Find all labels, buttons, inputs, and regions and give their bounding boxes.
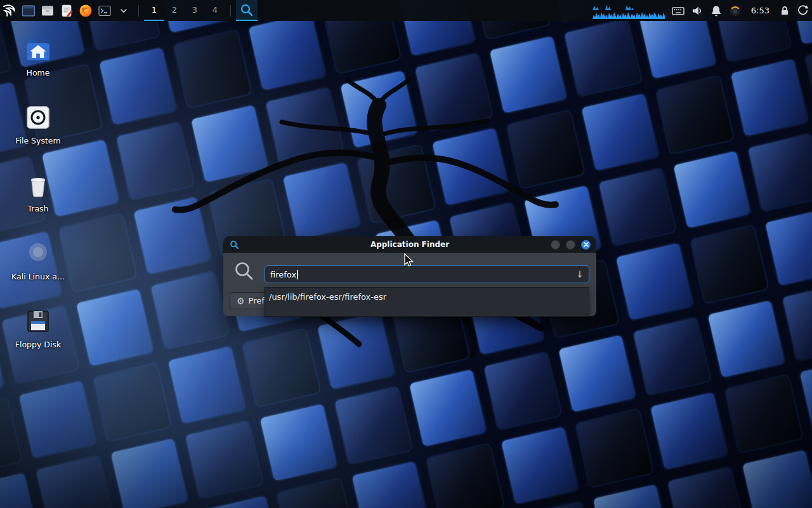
clock[interactable]: 6:53 [745, 6, 776, 15]
workspace-1[interactable]: 1 [144, 0, 164, 21]
text-caret [297, 270, 298, 279]
keyboard-layout-indicator[interactable] [669, 0, 688, 21]
close-button[interactable] [581, 240, 591, 250]
desktop-icon-home[interactable]: Home [3, 34, 73, 78]
restart-icon [797, 4, 809, 17]
volume-control[interactable] [688, 0, 707, 21]
updates-indicator[interactable] [726, 0, 745, 21]
kali-menu-button[interactable] [0, 0, 19, 21]
trash-icon [23, 170, 53, 201]
file-manager-icon [40, 3, 55, 18]
firefox-icon [78, 3, 93, 18]
window-title: Application Finder [223, 240, 596, 249]
launcher-terminal-window[interactable] [19, 0, 38, 21]
session-power[interactable] [794, 0, 812, 21]
desktop-icon-label: Home [27, 69, 50, 77]
window-finder-icon [230, 240, 239, 250]
kali-logo-icon [2, 3, 17, 18]
desktop-icon-label: Kali Linux a... [11, 272, 65, 281]
desktop-icon-kali-docs[interactable]: Kali Linux a... [3, 238, 73, 282]
entry-dropdown-arrow-icon[interactable]: ↓ [576, 270, 584, 279]
system-monitor-graph[interactable] [589, 0, 669, 21]
desktop-icon-filesystem[interactable]: File System [3, 102, 73, 146]
task-application-finder[interactable] [236, 0, 258, 21]
keyboard-icon [672, 4, 684, 17]
speaker-icon [691, 4, 704, 17]
completion-item[interactable]: /usr/lib/firefox-esr/firefox-esr [265, 288, 589, 306]
filesystem-icon [23, 102, 53, 133]
launcher-terminal[interactable] [95, 0, 114, 21]
search-input[interactable]: firefox ↓ [265, 265, 589, 283]
panel-right: 6:53 [589, 0, 812, 21]
terminal-icon [97, 3, 112, 18]
panel-left: 1 2 3 4 [0, 0, 258, 21]
workspace-2[interactable]: 2 [164, 0, 185, 21]
window-body: firefox ↓ ⚙ Preferences /usr/lib/firefox… [223, 253, 596, 316]
floppy-icon [23, 306, 53, 337]
desktop-icon-floppy[interactable]: Floppy Disk [3, 306, 73, 350]
top-panel: 1 2 3 4 [0, 0, 812, 21]
launcher-firefox[interactable] [76, 0, 95, 21]
launcher-dropdown-arrow[interactable] [114, 0, 133, 21]
panel-separator [138, 5, 139, 17]
desktop-icon-label: Floppy Disk [15, 340, 61, 349]
workspace-3[interactable]: 3 [185, 0, 205, 21]
maximize-button[interactable] [566, 240, 575, 250]
chevron-down-icon [120, 7, 128, 15]
launcher-text-editor[interactable] [57, 0, 76, 21]
desktop-icon-trash[interactable]: Trash [3, 170, 73, 214]
close-icon [584, 242, 589, 247]
bell-icon [710, 4, 723, 17]
notifications[interactable] [707, 0, 726, 21]
minimize-button[interactable] [551, 240, 560, 250]
application-finder-window: Application Finder firefox ↓ ⚙ Preferenc… [223, 236, 596, 316]
desktop-icon-label: File System [15, 137, 61, 145]
application-finder-icon [240, 3, 254, 17]
panel-separator [230, 5, 231, 17]
home-icon [23, 34, 53, 65]
window-icon [21, 3, 36, 18]
screen-lock[interactable] [776, 0, 794, 21]
desktop-icon-label: Trash [27, 204, 48, 213]
workspace-4[interactable]: 4 [205, 0, 225, 21]
gear-icon: ⚙ [237, 297, 245, 305]
window-buttons [551, 240, 591, 250]
lock-icon [779, 5, 790, 17]
waveform-graph-icon [593, 2, 665, 20]
orb-icon [729, 4, 742, 17]
search-icon [233, 260, 255, 282]
launcher-file-manager[interactable] [38, 0, 57, 21]
titlebar[interactable]: Application Finder [223, 236, 596, 253]
kali-docs-icon [23, 238, 53, 269]
completion-popup: /usr/lib/firefox-esr/firefox-esr [265, 287, 589, 317]
search-input-value: firefox [270, 270, 296, 279]
text-editor-icon [59, 3, 74, 18]
